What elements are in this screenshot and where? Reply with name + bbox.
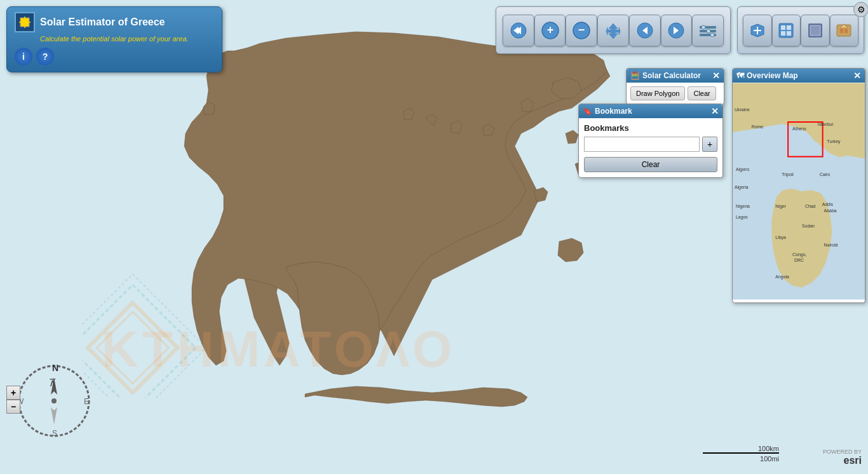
bookmark-input-row: + xyxy=(584,137,717,152)
solar-calc-clear-button[interactable]: Clear xyxy=(688,86,715,100)
secondary-tool-1[interactable] xyxy=(743,15,772,46)
svg-rect-27 xyxy=(787,31,791,36)
svg-text:Chad: Chad xyxy=(805,204,816,208)
scale-label-100km: 100km xyxy=(758,445,779,452)
svg-rect-5 xyxy=(20,18,29,27)
svg-text:Istanbul: Istanbul xyxy=(818,122,834,126)
bookmark-input[interactable] xyxy=(584,137,700,152)
zoom-out-button[interactable]: − xyxy=(566,15,597,46)
svg-text:Algiers: Algiers xyxy=(736,167,750,172)
zoom-in-map-button[interactable]: + xyxy=(6,386,20,400)
help-button[interactable]: ? xyxy=(36,48,54,65)
svg-rect-26 xyxy=(781,31,785,36)
bookmarks-label: Bookmarks xyxy=(584,123,717,133)
secondary-toolbar: ⚙ xyxy=(737,6,864,54)
overview-map-panel: 🗺 Overview Map ✕ Rome Athens Istanbul Al… xyxy=(732,68,865,303)
next-extent-button[interactable] xyxy=(661,15,693,46)
svg-text:Lagos: Lagos xyxy=(736,215,748,220)
title-panel: Solar Estimator of Greece Calculate the … xyxy=(6,6,222,72)
svg-point-60 xyxy=(51,398,57,403)
esri-logo: POWERED BY esri xyxy=(823,449,862,466)
settings-gear-icon[interactable]: ⚙ xyxy=(853,2,868,17)
overview-map-icon: 🗺 xyxy=(736,71,744,80)
solar-icon xyxy=(15,12,35,32)
bookmark-header: 🔖 Bookmark ✕ xyxy=(579,104,722,118)
bookmark-panel: 🔖 Bookmark ✕ Bookmarks + Clear xyxy=(578,104,723,178)
info-button[interactable]: i xyxy=(15,48,32,65)
svg-rect-31 xyxy=(844,29,848,33)
solar-calc-close[interactable]: ✕ xyxy=(712,71,720,80)
app-title: Solar Estimator of Greece xyxy=(40,17,165,28)
solar-calc-title: 🧮 Solar Calculator xyxy=(630,71,701,80)
svg-text:Tripoli: Tripoli xyxy=(782,172,794,177)
svg-text:Rome: Rome xyxy=(752,125,764,129)
svg-rect-25 xyxy=(787,25,791,30)
back-button[interactable] xyxy=(503,15,534,46)
svg-text:Nigeria: Nigeria xyxy=(736,204,750,209)
bookmark-add-button[interactable]: + xyxy=(702,137,717,152)
pan-button[interactable] xyxy=(597,15,629,46)
secondary-tool-3[interactable] xyxy=(801,15,830,46)
bookmark-close[interactable]: ✕ xyxy=(711,107,719,116)
svg-text:S: S xyxy=(52,429,57,438)
svg-point-22 xyxy=(710,33,714,37)
svg-text:Libya: Libya xyxy=(775,235,786,240)
svg-text:Niger: Niger xyxy=(775,204,786,209)
prev-extent-button[interactable] xyxy=(629,15,661,46)
draw-polygon-button[interactable]: Draw Polygon xyxy=(630,86,685,100)
bookmark-title: 🔖 Bookmark xyxy=(583,107,632,116)
svg-text:N: N xyxy=(52,363,58,373)
title-buttons: i ? xyxy=(15,48,214,65)
zoom-controls: + − xyxy=(6,386,20,414)
svg-text:Congo,: Congo, xyxy=(792,252,806,257)
overview-map-title: 🗺 Overview Map xyxy=(736,71,798,80)
svg-text:Algeria: Algeria xyxy=(735,185,749,190)
svg-rect-30 xyxy=(840,29,843,33)
svg-point-20 xyxy=(702,25,705,29)
svg-point-21 xyxy=(707,29,710,33)
svg-text:Addis: Addis xyxy=(822,202,834,207)
zoom-out-map-button[interactable]: − xyxy=(6,400,20,414)
svg-text:DRC: DRC xyxy=(794,258,804,262)
svg-text:Cairo: Cairo xyxy=(820,172,831,177)
settings-button[interactable] xyxy=(692,15,724,46)
compass: N S W E ⊼ xyxy=(13,360,95,442)
scale-label-100mi: 100mi xyxy=(760,455,779,463)
app-title-row: Solar Estimator of Greece xyxy=(15,12,214,32)
overview-map-content[interactable]: Rome Athens Istanbul Algiers Tripoli Cai… xyxy=(733,83,865,300)
svg-text:+: + xyxy=(546,24,553,36)
powered-by-label: POWERED BY xyxy=(823,449,862,455)
solar-calculator-panel: 🧮 Solar Calculator ✕ Draw Polygon Clear xyxy=(626,68,724,105)
overview-map-svg: Rome Athens Istanbul Algiers Tripoli Cai… xyxy=(733,83,865,300)
svg-text:Athens: Athens xyxy=(792,126,806,131)
svg-text:Turkey: Turkey xyxy=(827,139,841,144)
solar-calc-header: 🧮 Solar Calculator ✕ xyxy=(627,69,724,83)
svg-text:Sudan: Sudan xyxy=(802,224,815,228)
svg-rect-24 xyxy=(781,25,785,30)
svg-text:−: − xyxy=(578,24,585,36)
overview-map-header: 🗺 Overview Map ✕ xyxy=(733,69,865,83)
secondary-tool-2[interactable] xyxy=(772,15,801,46)
svg-text:⊼: ⊼ xyxy=(49,377,57,388)
bookmark-icon: 🔖 xyxy=(583,107,592,116)
app-subtitle: Calculate the potential solar power of y… xyxy=(40,35,214,43)
scale-bar: 100km 100mi xyxy=(703,445,779,463)
overview-map-close[interactable]: ✕ xyxy=(853,71,861,80)
svg-text:Ukraine: Ukraine xyxy=(735,107,750,112)
svg-text:E: E xyxy=(84,397,89,406)
calc-icon: 🧮 xyxy=(630,71,640,80)
main-toolbar: + − xyxy=(496,6,731,54)
svg-text:Angola: Angola xyxy=(775,274,789,280)
solar-calc-body: Draw Polygon Clear xyxy=(627,83,724,104)
zoom-in-button[interactable]: + xyxy=(534,15,566,46)
bookmark-body: Bookmarks + Clear xyxy=(579,118,722,177)
svg-text:Ababa: Ababa xyxy=(824,208,837,213)
bookmark-clear-button[interactable]: Clear xyxy=(584,157,717,172)
secondary-tool-4[interactable] xyxy=(830,15,859,46)
esri-brand: esri xyxy=(823,455,862,466)
svg-text:Nairobi: Nairobi xyxy=(824,243,838,247)
